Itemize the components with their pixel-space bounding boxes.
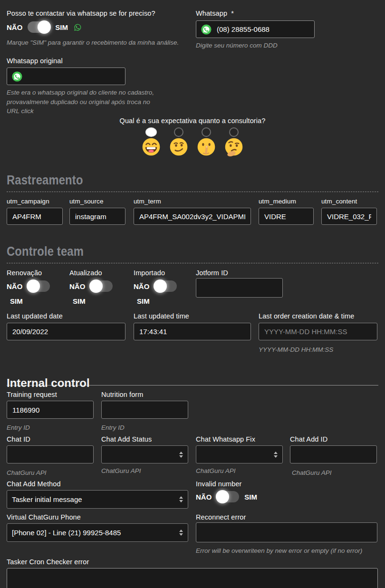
required-asterisk: * <box>231 10 234 17</box>
renovacao-no-label: NÃO <box>7 282 22 290</box>
whatsapp-original-helper: Este era o whatsapp original do cliente … <box>7 88 164 116</box>
jotform-id-input[interactable] <box>196 278 283 298</box>
thinking-face-icon <box>224 137 243 156</box>
invalid-number-toggle-row: NÃO SIM <box>196 491 257 502</box>
utm-term-label: utm_term <box>134 198 161 205</box>
chat-id-helper: ChatGuru API <box>7 468 47 478</box>
reconnect-error-label: Reconnect error <box>196 513 246 521</box>
section-internal-control: Internal control <box>7 367 378 386</box>
chat-whatsapp-fix-label: Chat Whatsapp Fix <box>196 435 255 443</box>
utm-medium-label: utm_medium <box>259 198 296 205</box>
utm-term-input[interactable] <box>134 208 251 225</box>
radio[interactable] <box>202 127 211 137</box>
grinning-face-icon <box>142 137 161 156</box>
last-updated-time-label: Last updated time <box>134 312 189 320</box>
expectation-option-thinking[interactable] <box>223 127 245 156</box>
whatsapp-label: Whatsapp * <box>196 10 234 17</box>
importado-no-label: NÃO <box>134 282 149 290</box>
expectation-option-smirking[interactable] <box>168 127 190 156</box>
whatsapp-original-input[interactable] <box>27 72 120 81</box>
jotform-id-label: Jotform ID <box>196 269 228 277</box>
utm-source-input[interactable] <box>69 208 125 225</box>
chat-add-id-input[interactable] <box>290 445 377 463</box>
whatsapp-field[interactable] <box>196 20 315 38</box>
utm-medium-input[interactable] <box>259 208 314 225</box>
section-controle-team: Controle team <box>7 244 378 263</box>
atualizado-toggle-row: NÃO <box>69 280 113 292</box>
atualizado-label: Atualizado <box>69 269 102 277</box>
utm-content-input[interactable] <box>321 208 377 225</box>
virtual-phone-label: Virtual ChatGuru Phone <box>7 513 81 521</box>
toggle-knob <box>89 280 103 293</box>
select-stepper-icon <box>179 496 183 502</box>
virtual-phone-value: [Phone 02] - Line (21) 99925-8485 <box>12 529 121 537</box>
chat-add-status-label: Chat Add Status <box>101 435 152 443</box>
section-rastreamento: Rastreamento <box>7 173 378 192</box>
contact-yes-label: SIM <box>55 23 68 31</box>
chat-whatsapp-fix-helper: ChatGuru API <box>196 466 236 476</box>
chat-add-method-select[interactable]: Tasker initial message <box>7 490 188 509</box>
invalid-number-toggle[interactable] <box>217 491 239 502</box>
chat-add-status-helper: ChatGuru API <box>101 466 141 476</box>
last-updated-time-input[interactable] <box>134 323 251 340</box>
form-page: Posso te contactar via whatsapp se for p… <box>0 0 385 588</box>
renovacao-label: Renovação <box>7 269 42 277</box>
last-updated-date-input[interactable] <box>7 323 125 340</box>
training-request-label: Training request <box>7 391 57 398</box>
chat-add-id-label: Chat Add ID <box>290 435 327 443</box>
whatsapp-outline-icon <box>73 23 82 32</box>
chat-add-method-value: Tasker initial message <box>12 495 82 503</box>
contact-no-label: NÃO <box>7 23 22 31</box>
toggle-knob <box>27 280 40 293</box>
chat-id-label: Chat ID <box>7 435 30 443</box>
last-order-input[interactable] <box>259 323 377 340</box>
tasker-cron-input[interactable] <box>7 568 378 588</box>
chat-add-method-label: Chat Add Method <box>7 480 61 488</box>
contact-question-label: Posso te contactar via whatsapp se for p… <box>7 10 197 17</box>
section-controle-team-title: Controle team <box>7 244 84 259</box>
atualizado-no-label: NÃO <box>69 282 85 290</box>
section-rastreamento-title: Rastreamento <box>7 173 83 188</box>
importado-toggle[interactable] <box>154 280 177 292</box>
atualizado-toggle[interactable] <box>90 280 113 292</box>
renovacao-toggle[interactable] <box>28 280 50 292</box>
toggle-knob <box>216 490 229 503</box>
last-order-label: Last order creation date & time <box>259 312 354 320</box>
renovacao-yes-label: SIM <box>10 297 23 305</box>
utm-content-label: utm_content <box>321 198 357 205</box>
expectation-question: Qual é a sua expectativa quanto a consul… <box>0 117 385 125</box>
invalid-number-label: Invalid number <box>196 480 242 488</box>
nutrition-form-input[interactable] <box>101 401 188 419</box>
chat-add-status-select[interactable] <box>101 445 188 463</box>
whatsapp-original-field[interactable] <box>7 67 125 85</box>
invalid-number-yes-label: SIM <box>244 493 257 501</box>
training-request-helper: Entry ID <box>7 423 30 433</box>
chat-whatsapp-fix-select[interactable] <box>196 445 283 463</box>
whatsapp-icon <box>201 24 212 35</box>
importado-yes-label: SIM <box>137 297 150 305</box>
virtual-phone-select[interactable]: [Phone 02] - Line (21) 99925-8485 <box>7 523 188 542</box>
utm-campaign-input[interactable] <box>7 208 63 225</box>
expectation-option-shushing[interactable] <box>195 127 217 156</box>
select-stepper-icon <box>179 452 183 458</box>
training-request-input[interactable] <box>7 401 94 419</box>
expectation-option-grinning[interactable] <box>140 127 162 156</box>
renovacao-toggle-row: NÃO <box>7 280 50 292</box>
atualizado-yes-label: SIM <box>73 297 86 305</box>
chat-id-input[interactable] <box>7 445 94 463</box>
whatsapp-helper: Digite seu número com DDD <box>196 41 278 50</box>
radio[interactable] <box>174 127 183 137</box>
reconnect-error-input[interactable] <box>196 522 377 542</box>
contact-toggle[interactable] <box>28 21 50 33</box>
radio-selected[interactable] <box>145 127 157 137</box>
whatsapp-input[interactable] <box>216 25 309 34</box>
chat-add-id-helper: ChatGuru API <box>292 468 332 478</box>
select-stepper-icon <box>179 530 183 536</box>
utm-campaign-label: utm_campaign <box>7 198 49 205</box>
nutrition-form-helper: Entry ID <box>101 423 125 433</box>
toggle-knob <box>154 280 167 293</box>
whatsapp-label-text: Whatsapp <box>196 10 227 17</box>
smirking-face-icon <box>169 137 188 156</box>
last-updated-date-label: Last updated date <box>7 312 63 320</box>
radio[interactable] <box>229 127 239 137</box>
